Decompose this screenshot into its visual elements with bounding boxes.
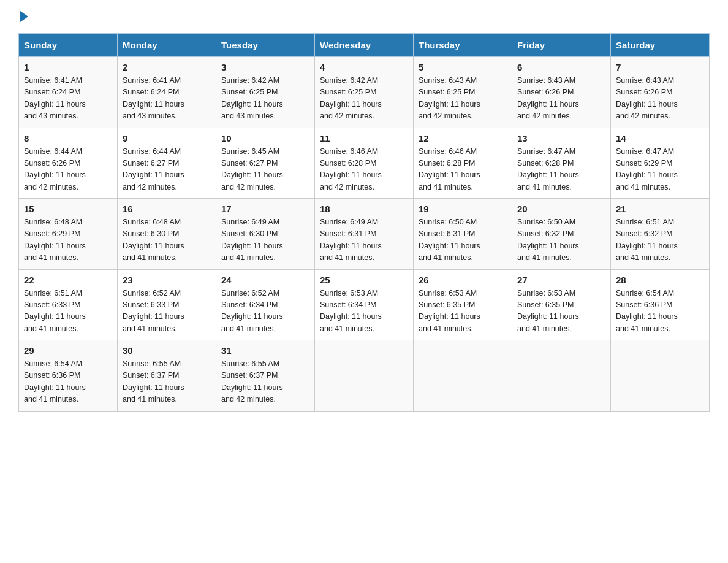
day-number: 15: [24, 204, 112, 214]
calendar-cell: 3Sunrise: 6:42 AMSunset: 6:25 PMDaylight…: [216, 57, 315, 128]
calendar-cell: 30Sunrise: 6:55 AMSunset: 6:37 PMDayligh…: [118, 340, 216, 412]
calendar-cell: 2Sunrise: 6:41 AMSunset: 6:24 PMDaylight…: [118, 57, 216, 128]
calendar-cell: 11Sunrise: 6:46 AMSunset: 6:28 PMDayligh…: [315, 128, 414, 199]
day-number: 9: [123, 133, 211, 144]
calendar-cell: 5Sunrise: 6:43 AMSunset: 6:25 PMDaylight…: [414, 57, 512, 128]
day-number: 28: [616, 275, 704, 285]
day-info: Sunrise: 6:43 AMSunset: 6:26 PMDaylight:…: [517, 75, 605, 123]
calendar-cell: [611, 340, 710, 412]
calendar-cell: 27Sunrise: 6:53 AMSunset: 6:35 PMDayligh…: [512, 269, 611, 340]
day-number: 24: [221, 275, 309, 285]
day-info: Sunrise: 6:42 AMSunset: 6:25 PMDaylight:…: [320, 75, 408, 123]
calendar-cell: 16Sunrise: 6:48 AMSunset: 6:30 PMDayligh…: [118, 199, 216, 270]
calendar-cell: 10Sunrise: 6:45 AMSunset: 6:27 PMDayligh…: [216, 128, 315, 199]
day-info: Sunrise: 6:55 AMSunset: 6:37 PMDaylight:…: [123, 358, 211, 406]
calendar-week-4: 22Sunrise: 6:51 AMSunset: 6:33 PMDayligh…: [19, 269, 710, 340]
page-header: [18, 12, 710, 22]
day-number: 30: [123, 345, 211, 356]
day-number: 3: [221, 62, 309, 72]
calendar-cell: 14Sunrise: 6:47 AMSunset: 6:29 PMDayligh…: [611, 128, 710, 199]
day-info: Sunrise: 6:48 AMSunset: 6:29 PMDaylight:…: [24, 216, 112, 264]
day-info: Sunrise: 6:47 AMSunset: 6:29 PMDaylight:…: [616, 146, 704, 194]
day-number: 27: [517, 275, 605, 285]
day-number: 23: [123, 275, 211, 285]
calendar-cell: 31Sunrise: 6:55 AMSunset: 6:37 PMDayligh…: [216, 340, 315, 412]
day-number: 25: [320, 275, 408, 285]
calendar-cell: 17Sunrise: 6:49 AMSunset: 6:30 PMDayligh…: [216, 199, 315, 270]
day-info: Sunrise: 6:46 AMSunset: 6:28 PMDaylight:…: [419, 146, 507, 194]
day-number: 4: [320, 62, 408, 72]
calendar-week-3: 15Sunrise: 6:48 AMSunset: 6:29 PMDayligh…: [19, 199, 710, 270]
day-info: Sunrise: 6:52 AMSunset: 6:33 PMDaylight:…: [123, 288, 211, 335]
day-number: 16: [123, 204, 211, 214]
day-info: Sunrise: 6:55 AMSunset: 6:37 PMDaylight:…: [221, 358, 309, 406]
day-number: 29: [24, 345, 112, 356]
calendar-header-row: SundayMondayTuesdayWednesdayThursdayFrid…: [19, 34, 710, 57]
day-info: Sunrise: 6:53 AMSunset: 6:35 PMDaylight:…: [419, 288, 507, 335]
day-info: Sunrise: 6:43 AMSunset: 6:25 PMDaylight:…: [419, 75, 507, 123]
day-info: Sunrise: 6:42 AMSunset: 6:25 PMDaylight:…: [221, 75, 309, 123]
calendar-cell: 7Sunrise: 6:43 AMSunset: 6:26 PMDaylight…: [611, 57, 710, 128]
day-number: 19: [419, 204, 507, 214]
day-number: 13: [517, 133, 605, 144]
day-info: Sunrise: 6:50 AMSunset: 6:31 PMDaylight:…: [419, 216, 507, 264]
day-number: 18: [320, 204, 408, 214]
calendar-cell: [512, 340, 611, 412]
calendar-table: SundayMondayTuesdayWednesdayThursdayFrid…: [18, 33, 710, 412]
day-number: 22: [24, 275, 112, 285]
day-info: Sunrise: 6:41 AMSunset: 6:24 PMDaylight:…: [24, 75, 112, 123]
col-header-monday: Monday: [118, 34, 216, 57]
day-number: 31: [221, 345, 309, 356]
day-number: 14: [616, 133, 704, 144]
day-info: Sunrise: 6:41 AMSunset: 6:24 PMDaylight:…: [123, 75, 211, 123]
day-number: 17: [221, 204, 309, 214]
day-info: Sunrise: 6:53 AMSunset: 6:35 PMDaylight:…: [517, 288, 605, 335]
day-info: Sunrise: 6:54 AMSunset: 6:36 PMDaylight:…: [616, 288, 704, 335]
calendar-cell: 1Sunrise: 6:41 AMSunset: 6:24 PMDaylight…: [19, 57, 118, 128]
calendar-week-1: 1Sunrise: 6:41 AMSunset: 6:24 PMDaylight…: [19, 57, 710, 128]
day-number: 5: [419, 62, 507, 72]
calendar-cell: 13Sunrise: 6:47 AMSunset: 6:28 PMDayligh…: [512, 128, 611, 199]
calendar-cell: 18Sunrise: 6:49 AMSunset: 6:31 PMDayligh…: [315, 199, 414, 270]
calendar-cell: 19Sunrise: 6:50 AMSunset: 6:31 PMDayligh…: [414, 199, 512, 270]
calendar-cell: 4Sunrise: 6:42 AMSunset: 6:25 PMDaylight…: [315, 57, 414, 128]
day-info: Sunrise: 6:52 AMSunset: 6:34 PMDaylight:…: [221, 288, 309, 335]
calendar-cell: 25Sunrise: 6:53 AMSunset: 6:34 PMDayligh…: [315, 269, 414, 340]
calendar-week-5: 29Sunrise: 6:54 AMSunset: 6:36 PMDayligh…: [19, 340, 710, 412]
day-number: 8: [24, 133, 112, 144]
day-info: Sunrise: 6:44 AMSunset: 6:26 PMDaylight:…: [24, 146, 112, 194]
day-number: 6: [517, 62, 605, 72]
calendar-cell: 8Sunrise: 6:44 AMSunset: 6:26 PMDaylight…: [19, 128, 118, 199]
day-info: Sunrise: 6:47 AMSunset: 6:28 PMDaylight:…: [517, 146, 605, 194]
calendar-cell: 15Sunrise: 6:48 AMSunset: 6:29 PMDayligh…: [19, 199, 118, 270]
calendar-week-2: 8Sunrise: 6:44 AMSunset: 6:26 PMDaylight…: [19, 128, 710, 199]
day-info: Sunrise: 6:46 AMSunset: 6:28 PMDaylight:…: [320, 146, 408, 194]
day-number: 12: [419, 133, 507, 144]
calendar-cell: 26Sunrise: 6:53 AMSunset: 6:35 PMDayligh…: [414, 269, 512, 340]
calendar-cell: [315, 340, 414, 412]
day-info: Sunrise: 6:51 AMSunset: 6:32 PMDaylight:…: [616, 216, 704, 264]
calendar-cell: 12Sunrise: 6:46 AMSunset: 6:28 PMDayligh…: [414, 128, 512, 199]
day-info: Sunrise: 6:45 AMSunset: 6:27 PMDaylight:…: [221, 146, 309, 194]
col-header-wednesday: Wednesday: [315, 34, 414, 57]
col-header-friday: Friday: [512, 34, 611, 57]
col-header-sunday: Sunday: [19, 34, 118, 57]
day-info: Sunrise: 6:53 AMSunset: 6:34 PMDaylight:…: [320, 288, 408, 335]
day-number: 11: [320, 133, 408, 144]
day-number: 2: [123, 62, 211, 72]
day-info: Sunrise: 6:54 AMSunset: 6:36 PMDaylight:…: [24, 358, 112, 406]
day-info: Sunrise: 6:44 AMSunset: 6:27 PMDaylight:…: [123, 146, 211, 194]
day-number: 7: [616, 62, 704, 72]
calendar-cell: 29Sunrise: 6:54 AMSunset: 6:36 PMDayligh…: [19, 340, 118, 412]
day-number: 10: [221, 133, 309, 144]
calendar-cell: 24Sunrise: 6:52 AMSunset: 6:34 PMDayligh…: [216, 269, 315, 340]
col-header-saturday: Saturday: [611, 34, 710, 57]
day-info: Sunrise: 6:50 AMSunset: 6:32 PMDaylight:…: [517, 216, 605, 264]
col-header-thursday: Thursday: [414, 34, 512, 57]
calendar-cell: 9Sunrise: 6:44 AMSunset: 6:27 PMDaylight…: [118, 128, 216, 199]
day-info: Sunrise: 6:49 AMSunset: 6:31 PMDaylight:…: [320, 216, 408, 264]
day-number: 21: [616, 204, 704, 214]
calendar-cell: 6Sunrise: 6:43 AMSunset: 6:26 PMDaylight…: [512, 57, 611, 128]
calendar-cell: 28Sunrise: 6:54 AMSunset: 6:36 PMDayligh…: [611, 269, 710, 340]
calendar-cell: [414, 340, 512, 412]
